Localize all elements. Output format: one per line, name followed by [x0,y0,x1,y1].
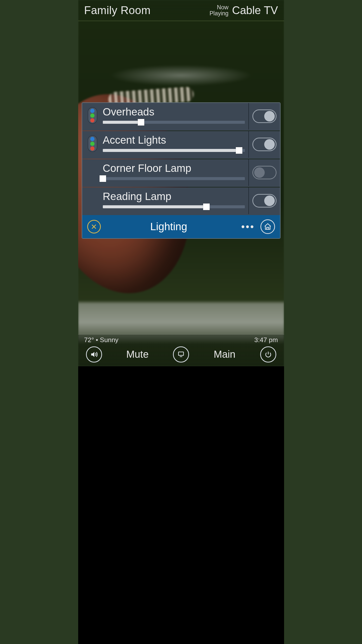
brightness-slider[interactable] [103,120,245,125]
panel-title: Lighting [102,221,236,233]
brightness-slider[interactable] [103,148,245,153]
media-menu-button[interactable] [167,346,195,363]
header-bar: Family Room Now Playing Cable TV [78,0,284,21]
now-playing-source: Cable TV [232,4,278,17]
home-button[interactable] [260,219,275,234]
svg-rect-0 [178,352,184,355]
more-button[interactable]: ••• [239,222,257,232]
brightness-slider[interactable] [103,205,245,209]
light-name: Corner Floor Lamp [103,163,245,174]
more-icon: ••• [241,221,255,232]
light-row: Accent Lights [82,131,280,159]
light-row-main: Corner Floor Lamp [82,159,249,186]
light-row-main: Reading Lamp [82,187,249,214]
light-toggle[interactable] [252,166,277,179]
close-icon: ✕ [91,222,97,231]
light-row-main: Overheads [82,103,249,130]
light-switch-cell [249,159,280,186]
offscreen-filler [78,366,284,644]
power-button[interactable] [254,346,282,363]
rgb-color-icon[interactable] [88,107,97,124]
screen-icon [177,351,185,358]
brightness-slider[interactable] [103,176,245,181]
power-icon [264,351,272,358]
light-switch-cell [249,187,280,214]
room-name[interactable]: Family Room [84,4,151,17]
weather-status[interactable]: 72° • Sunny [84,336,119,344]
light-toggle[interactable] [252,194,277,208]
home-icon [264,223,272,231]
light-toggle[interactable] [252,138,277,151]
light-toggle[interactable] [252,109,277,123]
light-switch-cell [249,103,280,130]
volume-button[interactable] [80,346,108,363]
light-name: Overheads [103,106,245,117]
close-button[interactable]: ✕ [87,220,101,233]
main-button[interactable]: Main [195,349,254,360]
light-row: Reading Lamp [82,187,280,215]
lighting-panel: OverheadsAccent LightsCorner Floor LampR… [82,102,281,239]
light-row-main: Accent Lights [82,131,249,158]
clock: 3:47 pm [254,336,278,344]
light-name: Reading Lamp [103,191,245,202]
light-switch-cell [249,131,280,158]
now-playing-button[interactable]: Now Playing Cable TV [209,4,278,17]
panel-footer: ✕ Lighting ••• [82,215,280,238]
mute-button[interactable]: Mute [108,349,167,360]
light-row: Overheads [82,103,280,131]
rgb-color-icon[interactable] [88,135,97,152]
now-playing-caption: Now Playing [209,4,228,16]
light-row: Corner Floor Lamp [82,159,280,187]
speaker-icon [90,350,98,359]
light-name: Accent Lights [103,135,245,146]
footer-bar: 72° • Sunny 3:47 pm Mute [78,334,284,366]
